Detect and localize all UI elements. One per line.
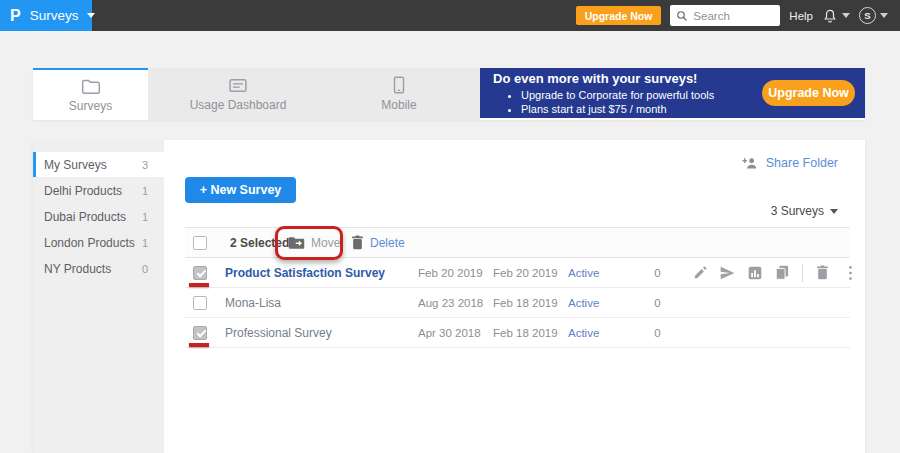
row-checkbox[interactable] (193, 326, 207, 340)
annotation-checkbox-mark (189, 343, 209, 347)
status-link[interactable]: Active (568, 297, 640, 309)
folder-label: Dubai Products (44, 210, 126, 224)
row-checkbox-cell (185, 258, 225, 287)
search-input[interactable] (693, 10, 774, 22)
table-toolbar: 2 Selected Move Delete (185, 227, 850, 258)
content-card: My Surveys 3 Delhi Products 1 Dubai Prod… (33, 140, 865, 453)
folder-count: 0 (142, 263, 148, 275)
new-survey-button[interactable]: + New Survey (185, 177, 296, 203)
chevron-down-icon (830, 209, 838, 214)
table-row-mona-lisa: Mona-Lisa Aug 23 2018 Feb 18 2019 Active… (185, 288, 850, 318)
delete-button[interactable]: Delete (351, 228, 405, 257)
status-link[interactable]: Active (568, 267, 640, 279)
search-box[interactable] (670, 5, 780, 26)
select-all-checkbox[interactable] (193, 236, 207, 250)
survey-title-link[interactable]: Professional Survey (225, 326, 418, 340)
folder-count: 3 (142, 159, 148, 171)
modified-date: Feb 18 2019 (493, 297, 568, 309)
edit-icon[interactable] (693, 266, 707, 280)
survey-title-link[interactable]: Mona-Lisa (225, 296, 418, 310)
surveys-table: 2 Selected Move Delete (185, 227, 850, 348)
row-actions (675, 264, 853, 282)
chevron-down-icon (87, 13, 95, 18)
trash-icon (351, 235, 364, 250)
more-options-icon[interactable] (848, 265, 853, 281)
tab-usage-dashboard[interactable]: Usage Dashboard (148, 68, 328, 120)
tab-filler (470, 68, 480, 120)
move-button[interactable]: Move (288, 228, 340, 257)
notifications-button[interactable] (822, 8, 850, 24)
tab-label: Usage Dashboard (190, 98, 287, 112)
folder-count: 1 (142, 237, 148, 249)
dashboard-icon (228, 77, 248, 94)
product-switcher[interactable]: P Surveys (0, 0, 92, 31)
share-folder-label: Share Folder (766, 156, 838, 170)
survey-title-link[interactable]: Product Satisfaction Survey (225, 266, 418, 280)
modified-date: Feb 20 2019 (493, 267, 568, 279)
help-link[interactable]: Help (789, 10, 813, 22)
tab-surveys[interactable]: Surveys (33, 68, 148, 120)
trash-icon[interactable] (816, 265, 829, 280)
folder-label: My Surveys (44, 158, 107, 172)
sidebar-item-my-surveys[interactable]: My Surveys 3 (33, 152, 164, 177)
sidebar-item-london-products[interactable]: London Products 1 (33, 230, 164, 255)
row-checkbox[interactable] (193, 266, 207, 280)
chevron-down-icon (880, 13, 888, 18)
tab-mobile[interactable]: Mobile (328, 68, 470, 120)
sidebar-item-ny-products[interactable]: NY Products 0 (33, 256, 164, 281)
chevron-down-icon (842, 13, 850, 18)
delete-label: Delete (370, 236, 405, 250)
send-icon[interactable] (720, 266, 735, 280)
tab-strip: Surveys Usage Dashboard Mobile Do even m… (33, 68, 865, 120)
table-row-professional-survey: Professional Survey Apr 30 2018 Feb 18 2… (185, 318, 850, 348)
upgrade-now-button[interactable]: Upgrade Now (576, 6, 662, 25)
row-checkbox[interactable] (193, 296, 207, 310)
annotation-checkbox-mark (189, 283, 209, 287)
folder-label: Delhi Products (44, 184, 122, 198)
sidebar-item-dubai-products[interactable]: Dubai Products 1 (33, 204, 164, 229)
divider (802, 264, 803, 282)
proprofs-logo: P (10, 8, 21, 24)
promo-title: Do even more with your surveys! (493, 71, 714, 86)
product-menu-label: Surveys (30, 8, 79, 23)
surveys-count-dropdown[interactable]: 3 Surveys (771, 204, 838, 218)
table-row-product-satisfaction-survey: Product Satisfaction Survey Feb 20 2019 … (185, 258, 850, 288)
move-label: Move (311, 236, 340, 250)
folder-label: NY Products (44, 262, 111, 276)
status-link[interactable]: Active (568, 327, 640, 339)
modified-date: Feb 18 2019 (493, 327, 568, 339)
selected-count-label: 2 Selected (230, 228, 289, 259)
folder-count: 1 (142, 211, 148, 223)
avatar: S (859, 7, 876, 24)
promo-bullet: Upgrade to Corporate for powerful tools (521, 88, 714, 102)
promo-banner: Do even more with your surveys! Upgrade … (480, 68, 865, 118)
folder-icon (81, 78, 101, 95)
account-menu[interactable]: S (859, 7, 888, 24)
topbar-right: Upgrade Now Help S (576, 5, 900, 26)
banner-upgrade-now-button[interactable]: Upgrade Now (762, 80, 855, 106)
person-add-icon (742, 156, 759, 170)
folder-count: 1 (142, 185, 148, 197)
created-date: Apr 30 2018 (418, 327, 493, 339)
search-icon (676, 10, 688, 22)
share-folder-button[interactable]: Share Folder (742, 156, 838, 170)
folder-move-icon (288, 236, 305, 250)
surveys-count-label: 3 Surveys (771, 204, 824, 218)
tab-label: Mobile (381, 98, 416, 112)
row-checkbox-cell (185, 288, 225, 317)
reports-icon[interactable] (748, 266, 762, 280)
responses-count: 0 (640, 267, 675, 279)
app-screen: P Surveys Upgrade Now Help S (0, 0, 900, 453)
mobile-icon (393, 76, 405, 94)
tab-label: Surveys (69, 99, 112, 113)
created-date: Aug 23 2018 (418, 297, 493, 309)
promo-bullet: Plans start at just $75 / month (521, 102, 714, 116)
sidebar-item-delhi-products[interactable]: Delhi Products 1 (33, 178, 164, 203)
copy-icon[interactable] (775, 265, 789, 280)
topbar: P Surveys Upgrade Now Help S (0, 0, 900, 31)
bell-icon (822, 8, 838, 24)
folders-sidebar: My Surveys 3 Delhi Products 1 Dubai Prod… (33, 140, 164, 453)
folder-label: London Products (44, 236, 135, 250)
created-date: Feb 20 2019 (418, 267, 493, 279)
responses-count: 0 (640, 327, 675, 339)
